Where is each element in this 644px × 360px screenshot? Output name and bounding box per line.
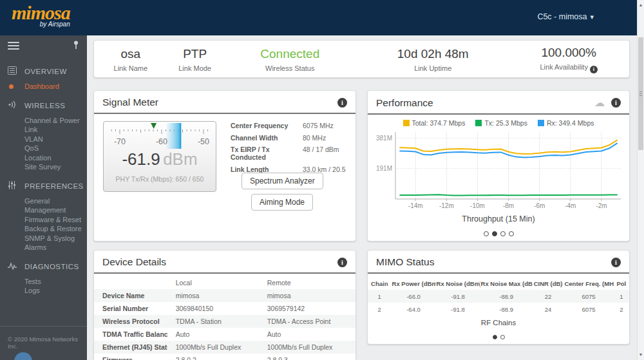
menu-icon[interactable] xyxy=(8,42,19,52)
nav-section-overview: OVERVIEW Dashboard xyxy=(0,64,87,91)
device-dropdown-label: C5c - mimosa xyxy=(537,12,587,21)
table-row: Device Namemimosamimosa xyxy=(94,289,355,302)
legend-swatch-total xyxy=(403,120,410,126)
mimosa-logo[interactable]: mimosa by Airspan xyxy=(12,3,70,28)
device-details-title: Device Details xyxy=(102,256,337,268)
legend-swatch-tx xyxy=(475,120,482,126)
pagination-dot[interactable] xyxy=(500,335,505,339)
link-uptime-value: 10d 02h 48m xyxy=(357,46,508,62)
sidebar-item-tests[interactable]: Tests xyxy=(24,277,87,287)
rf-chains-label: RF Chains xyxy=(368,319,629,327)
signal-value: -61.9 xyxy=(122,149,160,169)
sidebar-header-label: WIRELESS xyxy=(24,102,65,109)
status-link-name: osa Link Name xyxy=(94,46,167,72)
sidebar-header-diagnostics[interactable]: DIAGNOSTICS xyxy=(0,260,87,274)
link-availability-value: 100.000% xyxy=(508,45,629,61)
info-icon[interactable] xyxy=(337,98,347,108)
status-link-mode: PTP Link Mode xyxy=(167,46,223,72)
list-icon xyxy=(8,66,18,77)
svg-text:-8m: -8m xyxy=(503,202,514,209)
pagination-dot[interactable] xyxy=(500,231,506,236)
aiming-mode-button[interactable]: Aiming Mode xyxy=(251,194,313,211)
sidebar-item-qos[interactable]: QoS xyxy=(24,144,87,153)
svg-text:-10m: -10m xyxy=(470,202,485,209)
sidebar-item-alarms[interactable]: Alarms xyxy=(24,243,87,252)
status-availability: 100.000% Link Availability xyxy=(508,45,629,73)
link-name-value: osa xyxy=(94,46,167,62)
sliders-icon xyxy=(8,180,18,192)
sidebar-item-firmware-reset[interactable]: Firmware & Reset xyxy=(24,215,87,225)
chevron-down-icon xyxy=(587,12,594,21)
wireless-status-value: Connected xyxy=(223,46,358,62)
table-header-row: Chain Rx Power (dBm) Rx Noise (dBm) Rx N… xyxy=(368,278,629,290)
sidebar-item-vlan[interactable]: VLAN xyxy=(24,135,87,144)
sidebar-item-snmp-syslog[interactable]: SNMP & Syslog xyxy=(24,234,87,243)
table-row: 1-66.0-91.8-88.92260751 xyxy=(368,290,629,303)
performance-panel: Performance Total: 374.7 Mbps Tx: 25.3 M… xyxy=(367,90,630,242)
info-icon[interactable] xyxy=(611,98,621,108)
signal-gauge-scale: -70-60-50 xyxy=(104,123,216,149)
info-icon[interactable] xyxy=(337,258,347,267)
svg-text:-60: -60 xyxy=(156,137,167,146)
sidebar-item-general[interactable]: General xyxy=(24,196,87,206)
pagination-dot[interactable] xyxy=(484,231,489,236)
mimo-status-table: Chain Rx Power (dBm) Rx Noise (dBm) Rx N… xyxy=(368,278,629,316)
sidebar-footer: © 2020 Mimosa Networks Inc. xyxy=(0,326,87,360)
nav-section-diagnostics: DIAGNOSTICS Tests Logs xyxy=(0,260,87,296)
chart-legend: Total: 374.7 Mbps Tx: 25.3 Mbps Rx: 349.… xyxy=(368,119,629,127)
sidebar-item-management[interactable]: Management xyxy=(24,205,87,215)
device-dropdown[interactable]: C5c - mimosa xyxy=(537,12,594,21)
svg-text:191M: 191M xyxy=(376,165,392,172)
info-icon[interactable] xyxy=(611,258,621,267)
detail-value: 48 / 17 dBm xyxy=(303,146,350,161)
sidebar-item-channel-power[interactable]: Channel & Power xyxy=(24,116,87,126)
nav-section-preferences: PREFERENCES General Management Firmware … xyxy=(0,179,87,252)
column-remote: Remote xyxy=(259,276,355,289)
legend-tx: Tx: 25.3 Mbps xyxy=(475,119,527,127)
detail-label: Center Frequency xyxy=(231,122,303,129)
legend-rx: Rx: 349.4 Mbps xyxy=(538,119,594,127)
sidebar-item-location[interactable]: Location xyxy=(24,153,87,163)
sidebar-header-preferences[interactable]: PREFERENCES xyxy=(0,179,87,193)
legend-swatch-rx xyxy=(538,120,544,126)
sidebar-item-backup-restore[interactable]: Backup & Restore xyxy=(24,224,87,234)
detail-value: 6075 MHz xyxy=(303,122,350,129)
sidebar-item-logs[interactable]: Logs xyxy=(24,286,87,296)
sidebar-item-dashboard[interactable]: Dashboard xyxy=(24,82,87,91)
pagination-dot[interactable] xyxy=(492,231,497,236)
cloud-icon[interactable] xyxy=(594,97,605,109)
sidebar-header-wireless[interactable]: WIRELESS xyxy=(0,99,87,113)
svg-text:-50: -50 xyxy=(198,137,209,146)
scrollbar-thumb[interactable] xyxy=(638,37,643,150)
sidebar-top-bar xyxy=(0,35,87,57)
phy-rate-text: PHY Tx/Rx (Mbps): 650 / 650 xyxy=(104,175,216,183)
info-icon[interactable] xyxy=(590,66,598,73)
pin-icon[interactable] xyxy=(73,41,79,53)
link-mode-value: PTP xyxy=(167,46,223,62)
mimo-pagination xyxy=(368,330,629,342)
scroll-up-arrow[interactable]: ▲ xyxy=(638,1,644,9)
pulse-icon xyxy=(8,261,18,272)
vertical-scrollbar[interactable]: ▲ ▼ xyxy=(637,0,644,360)
link-name-label: Link Name xyxy=(94,64,167,72)
svg-text:381M: 381M xyxy=(376,135,392,142)
sidebar-header-label: OVERVIEW xyxy=(24,68,67,75)
table-row: 2-64.0-91.8-88.92460752 xyxy=(368,303,629,316)
pagination-dot[interactable] xyxy=(509,231,514,236)
pagination-dot[interactable] xyxy=(493,335,497,339)
link-uptime-label: Link Uptime xyxy=(357,64,508,72)
sidebar-item-site-survey[interactable]: Site Survey xyxy=(24,162,87,172)
status-uptime: 10d 02h 48m Link Uptime xyxy=(357,46,508,72)
wireless-status-label: Wireless Status xyxy=(223,64,358,72)
sidebar-header-label: DIAGNOSTICS xyxy=(24,263,79,270)
scroll-down-arrow[interactable]: ▼ xyxy=(638,351,644,359)
spectrum-analyzer-button[interactable]: Spectrum Analyzer xyxy=(242,173,323,189)
sidebar-header-overview[interactable]: OVERVIEW xyxy=(0,64,87,79)
table-header-row: Local Remote xyxy=(94,276,355,289)
copyright-text: © 2020 Mimosa Networks Inc. xyxy=(0,336,87,360)
signal-meter-panel: Signal Meter -70-60-50 -61.9 dBm PHY Tx/… xyxy=(93,90,356,242)
top-navbar: mimosa by Airspan C5c - mimosa xyxy=(0,0,644,35)
status-wireless: Connected Wireless Status xyxy=(223,46,358,72)
svg-text:-2m: -2m xyxy=(596,202,607,209)
sidebar-item-link[interactable]: Link xyxy=(24,125,87,135)
